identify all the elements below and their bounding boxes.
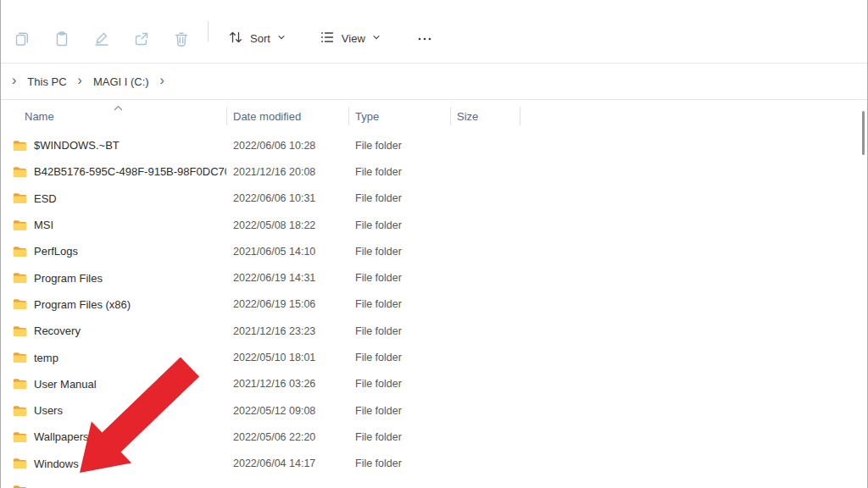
folder-icon bbox=[13, 192, 27, 204]
sort-button[interactable]: Sort bbox=[219, 23, 295, 54]
file-row[interactable]: Program Files (x86) 2022/06/19 15:06 Fil… bbox=[1, 291, 867, 318]
file-date-modified: 2022/06/06 10:28 bbox=[226, 140, 348, 152]
file-name: Recovery bbox=[34, 324, 81, 337]
chevron-right-icon[interactable]: › bbox=[72, 74, 88, 90]
folder-icon bbox=[13, 272, 27, 284]
chevron-down-icon bbox=[371, 32, 381, 45]
file-row[interactable]: MSI 2022/05/08 18:22 File folder bbox=[1, 212, 867, 238]
file-row[interactable]: Users 2022/05/12 09:08 File folder bbox=[1, 397, 867, 424]
file-date-modified: 2022/05/10 18:01 bbox=[226, 352, 348, 363]
folder-icon bbox=[13, 325, 27, 337]
column-divider[interactable] bbox=[348, 107, 349, 125]
file-date-modified: 2022/06/06 10:31 bbox=[226, 192, 348, 204]
chevron-right-icon[interactable]: › bbox=[154, 74, 170, 90]
file-type: File folder bbox=[348, 272, 450, 284]
file-name: $WINDOWS.~BT bbox=[34, 139, 120, 152]
file-row[interactable]: B42B5176-595C-498F-915B-98F0DC706... 202… bbox=[1, 158, 867, 185]
file-row[interactable]: Recovery 2021/12/16 23:23 File folder bbox=[1, 318, 867, 344]
file-type: File folder bbox=[348, 166, 450, 178]
file-list: $WINDOWS.~BT 2022/06/06 10:28 File folde… bbox=[1, 132, 867, 488]
folder-icon bbox=[13, 352, 27, 363]
folder-icon bbox=[13, 140, 27, 152]
file-type: File folder bbox=[348, 405, 450, 417]
folder-icon bbox=[13, 458, 27, 469]
toolbar-divider bbox=[208, 21, 209, 42]
folder-icon bbox=[13, 378, 27, 390]
column-divider[interactable] bbox=[520, 107, 520, 125]
toolbar-file-actions bbox=[8, 25, 196, 54]
file-name: PerfLogs bbox=[34, 245, 78, 258]
file-name: Users bbox=[34, 404, 63, 417]
more-options-button[interactable] bbox=[410, 25, 439, 54]
view-button[interactable]: View bbox=[310, 23, 390, 54]
file-date-modified: 2022/06/19 15:06 bbox=[226, 298, 348, 310]
paste-icon bbox=[53, 30, 70, 50]
ellipsis-icon bbox=[416, 30, 433, 50]
file-row[interactable]: ESD 2022/06/06 10:31 File folder bbox=[1, 186, 867, 212]
file-row[interactable]: PerfLogs 2021/06/05 14:10 File folder bbox=[1, 238, 867, 264]
file-type: File folder bbox=[348, 192, 450, 204]
breadcrumb-drive-c[interactable]: MAGI I (C:) bbox=[88, 71, 154, 92]
file-date-modified: 2022/06/04 14:17 bbox=[226, 458, 348, 469]
folder-icon bbox=[13, 246, 27, 258]
file-type: File folder bbox=[348, 378, 450, 390]
column-divider[interactable] bbox=[226, 107, 227, 125]
file-date-modified: 2021/06/05 14:10 bbox=[226, 246, 348, 258]
breadcrumb: › This PC › MAGI I (C:) › bbox=[1, 64, 867, 100]
folder-icon bbox=[13, 166, 27, 178]
copy-icon bbox=[14, 30, 31, 50]
column-header-size[interactable]: Size bbox=[450, 110, 520, 123]
column-divider[interactable] bbox=[450, 107, 451, 125]
file-date-modified: 2022/05/08 18:22 bbox=[226, 219, 348, 231]
rename-button[interactable] bbox=[87, 25, 116, 54]
folder-icon bbox=[13, 405, 27, 417]
file-name: Program Files bbox=[34, 272, 103, 285]
file-row[interactable]: Program Files 2022/06/19 14:31 File fold… bbox=[1, 264, 867, 291]
rename-icon bbox=[93, 30, 110, 50]
column-header-date-modified[interactable]: Date modified bbox=[226, 110, 348, 123]
file-name: Program Files (x86) bbox=[34, 298, 131, 311]
file-date-modified: 2021/12/16 23:23 bbox=[226, 325, 348, 337]
column-header-type[interactable]: Type bbox=[348, 110, 450, 123]
file-name: ESD bbox=[34, 192, 57, 205]
file-name: MSI bbox=[34, 219, 53, 231]
delete-button[interactable] bbox=[167, 25, 196, 54]
breadcrumb-this-pc[interactable]: This PC bbox=[22, 71, 71, 92]
sort-ascending-caret-icon bbox=[114, 101, 123, 114]
folder-icon bbox=[13, 485, 27, 488]
file-date-modified: 2022/05/12 09:08 bbox=[226, 405, 348, 417]
copy-button[interactable] bbox=[8, 25, 36, 54]
toolbar: Sort View bbox=[1, 0, 867, 64]
view-label: View bbox=[342, 32, 365, 45]
file-row[interactable] bbox=[1, 477, 867, 488]
folder-icon bbox=[13, 219, 27, 231]
file-row[interactable]: $WINDOWS.~BT 2022/06/06 10:28 File folde… bbox=[1, 132, 867, 158]
file-type: File folder bbox=[348, 325, 450, 337]
file-type: File folder bbox=[348, 140, 450, 152]
file-name: Wallpapers bbox=[34, 430, 89, 443]
file-type: File folder bbox=[348, 431, 450, 443]
file-type: File folder bbox=[348, 352, 450, 363]
file-row[interactable]: Windows 2022/06/04 14:17 File folder bbox=[1, 451, 867, 477]
file-name: Windows bbox=[34, 458, 79, 470]
sort-label: Sort bbox=[250, 32, 270, 45]
file-type: File folder bbox=[348, 246, 450, 258]
file-type: File folder bbox=[348, 219, 450, 231]
file-explorer-window: Sort View bbox=[0, 0, 868, 488]
paste-button[interactable] bbox=[47, 25, 76, 54]
file-row[interactable]: Wallpapers 2022/05/06 22:20 File folder bbox=[1, 424, 867, 450]
view-icon bbox=[319, 29, 336, 48]
file-type: File folder bbox=[348, 458, 450, 469]
sort-icon bbox=[227, 29, 244, 48]
vertical-scrollbar[interactable] bbox=[862, 111, 865, 155]
share-button[interactable] bbox=[127, 25, 156, 54]
chevron-right-icon[interactable]: › bbox=[6, 74, 22, 90]
file-row[interactable]: User Manual 2021/12/16 03:26 File folder bbox=[1, 371, 867, 397]
folder-icon bbox=[13, 298, 27, 310]
column-headers: Name Date modified Type Size bbox=[1, 100, 867, 132]
file-date-modified: 2021/12/16 20:08 bbox=[226, 166, 348, 178]
file-name: B42B5176-595C-498F-915B-98F0DC706... bbox=[34, 165, 226, 178]
file-row[interactable]: temp 2022/05/10 18:01 File folder bbox=[1, 344, 867, 370]
file-date-modified: 2022/05/06 22:20 bbox=[226, 431, 348, 443]
share-icon bbox=[133, 30, 150, 50]
